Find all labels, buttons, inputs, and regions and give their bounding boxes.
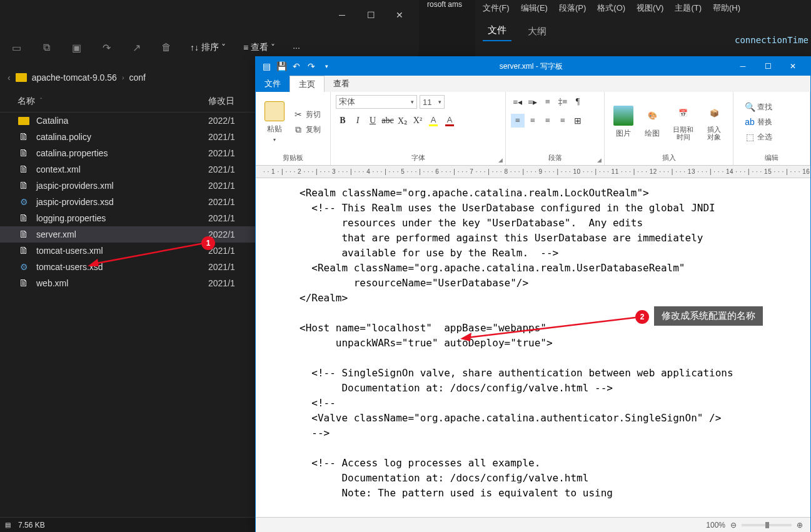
para-marks-button[interactable]: ¶ xyxy=(571,95,585,109)
bg-menu-view[interactable]: 视图(V) xyxy=(632,1,668,15)
bg-menu-para[interactable]: 段落(P) xyxy=(554,1,591,15)
file-date: 2021/1 xyxy=(208,213,235,223)
qat-dropdown-icon[interactable]: ▾ xyxy=(321,61,332,72)
zoom-slider[interactable] xyxy=(742,524,792,526)
file-icon: 🗎 xyxy=(18,229,30,239)
bullets-button[interactable]: ≡ xyxy=(541,95,555,109)
bg-tab-file[interactable]: 文件 xyxy=(483,21,511,41)
ribbon-group-paragraph: ≡◂ ≡▸ ≡ ‡≡ ¶ ≡ ≡ ≡ ≡ ⊞ 段落◢ xyxy=(506,92,605,165)
ruler[interactable]: · · 1 · | · · · 2 · · · | · · · 3 · · · … xyxy=(256,166,810,178)
font-size-combo[interactable]: 11▾ xyxy=(420,95,445,109)
xsd-file-icon: ⚙ xyxy=(18,197,30,207)
file-date: 2021/1 xyxy=(208,164,235,174)
file-name: tomcat-users.xsd xyxy=(36,262,103,272)
sort-button[interactable]: ↑↓ 排序 ˅ xyxy=(190,42,226,53)
underline-button[interactable]: U xyxy=(366,114,380,128)
insert-datetime-button[interactable]: 📅日期和时间 xyxy=(667,101,699,143)
grow-font-button[interactable] xyxy=(447,95,461,109)
paragraph-dialog-button[interactable]: ⊞ xyxy=(571,114,585,128)
chevron-right-icon: › xyxy=(122,74,124,81)
document-area[interactable]: <Realm className="org.apache.catalina.re… xyxy=(256,178,810,517)
wp-close-button[interactable]: ✕ xyxy=(780,57,805,76)
delete-icon[interactable]: 🗑 xyxy=(160,41,173,54)
font-color-button[interactable]: A xyxy=(442,114,457,128)
justify-button[interactable]: ≡ xyxy=(556,114,570,128)
bg-menu-format[interactable]: 格式(O) xyxy=(592,1,630,15)
align-left-button[interactable]: ≡ xyxy=(511,114,525,128)
breadcrumb-level1[interactable]: apache-tomcat-9.0.56 xyxy=(32,73,117,83)
shrink-font-button[interactable] xyxy=(463,95,477,109)
minimize-button[interactable]: ─ xyxy=(328,6,356,24)
undo-icon[interactable]: ↶ xyxy=(291,61,302,72)
italic-button[interactable]: I xyxy=(351,114,365,128)
find-button[interactable]: 🔍查找 xyxy=(742,100,775,114)
line-spacing-button[interactable]: ‡≡ xyxy=(556,95,570,109)
quick-access-toolbar: ▤ 💾 ↶ ↷ ▾ xyxy=(261,61,332,72)
file-date: 2021/1 xyxy=(208,132,235,142)
wordpad-app-icon: ▤ xyxy=(261,61,272,72)
file-name: Catalina xyxy=(36,116,68,126)
copy-button[interactable]: ⧉复制 xyxy=(291,123,323,136)
increase-indent-button[interactable]: ≡▸ xyxy=(526,95,540,109)
copy-icon[interactable]: ⧉ xyxy=(40,41,53,54)
bold-button[interactable]: B xyxy=(336,114,350,128)
highlight-button[interactable]: A xyxy=(426,114,441,128)
align-center-button[interactable]: ≡ xyxy=(526,114,540,128)
breadcrumb-level2[interactable]: conf xyxy=(129,73,146,83)
paste-icon[interactable]: ▣ xyxy=(70,41,83,54)
selectall-button[interactable]: ⬚全选 xyxy=(742,130,775,144)
zoom-out-button[interactable]: ⊖ xyxy=(730,521,737,529)
bg-code-snippet: connectionTime xyxy=(735,35,808,45)
file-date: 2021/1 xyxy=(208,181,235,191)
insert-drawing-button[interactable]: 🎨绘图 xyxy=(638,103,666,141)
save-icon[interactable]: 💾 xyxy=(276,61,287,72)
share-icon[interactable]: ↗ xyxy=(130,41,143,54)
font-name-combo[interactable]: 宋体▾ xyxy=(336,95,417,109)
up-icon[interactable]: ‹ xyxy=(8,73,11,83)
superscript-button[interactable]: X² xyxy=(411,114,425,128)
insert-label: 插入 xyxy=(605,152,733,165)
tab-home[interactable]: 主页 xyxy=(290,76,325,92)
bg-tab-outline[interactable]: 大纲 xyxy=(523,22,552,41)
strike-button[interactable]: abc xyxy=(381,114,395,128)
file-name: logging.properties xyxy=(36,213,106,223)
new-icon[interactable]: ▭ xyxy=(10,41,23,54)
zoom-in-button[interactable]: ⊕ xyxy=(797,521,803,529)
cut-button[interactable]: ✂剪切 xyxy=(291,108,323,121)
view-button[interactable]: ≡ 查看 ˅ xyxy=(243,42,275,53)
wordpad-title: server.xml - 写字板 xyxy=(332,61,730,72)
file-icon: 🗎 xyxy=(18,132,30,142)
replace-button[interactable]: ab替换 xyxy=(742,115,775,129)
insert-picture-button[interactable]: 图片 xyxy=(610,103,637,141)
wp-minimize-button[interactable]: ─ xyxy=(730,57,755,76)
column-name[interactable]: 名称 ˆ xyxy=(18,96,208,107)
tab-file[interactable]: 文件 xyxy=(256,76,290,92)
more-button[interactable]: ··· xyxy=(293,43,300,53)
bg-menu-edit[interactable]: 编辑(E) xyxy=(516,1,553,15)
status-size: 7.56 KB xyxy=(18,521,45,529)
ribbon-group-clipboard: 粘贴 ▾ ✂剪切 ⧉复制 剪贴板 xyxy=(256,92,331,165)
bg-menu-help[interactable]: 帮助(H) xyxy=(708,1,745,15)
align-right-button[interactable]: ≡ xyxy=(541,114,555,128)
paste-button[interactable]: 粘贴 ▾ xyxy=(261,99,288,145)
teams-icon-label: rosoft ams xyxy=(419,0,470,31)
redo-icon[interactable]: ↷ xyxy=(306,61,317,72)
zoom-level: 100% xyxy=(706,521,725,529)
file-name: jaspic-providers.xml xyxy=(36,181,114,191)
folder-icon xyxy=(16,73,27,82)
maximize-button[interactable]: ☐ xyxy=(356,6,385,24)
insert-object-button[interactable]: 📦插入对象 xyxy=(700,101,728,143)
bg-menu-file[interactable]: 文件(F) xyxy=(478,1,515,15)
close-button[interactable]: ✕ xyxy=(385,6,414,24)
file-icon: 🗎 xyxy=(18,246,30,256)
wp-maximize-button[interactable]: ☐ xyxy=(755,57,780,76)
annotation-badge-1: 1 xyxy=(201,236,215,250)
tab-view[interactable]: 查看 xyxy=(325,76,358,92)
file-name: tomcat-users.xml xyxy=(36,246,103,256)
rename-icon[interactable]: ↷ xyxy=(100,41,113,54)
decrease-indent-button[interactable]: ≡◂ xyxy=(511,95,525,109)
column-modified[interactable]: 修改日 xyxy=(208,96,234,107)
bg-menu-theme[interactable]: 主题(T) xyxy=(670,1,707,15)
subscript-button[interactable]: X₂ xyxy=(396,114,410,128)
document-text[interactable]: <Realm className="org.apache.catalina.re… xyxy=(300,186,798,501)
